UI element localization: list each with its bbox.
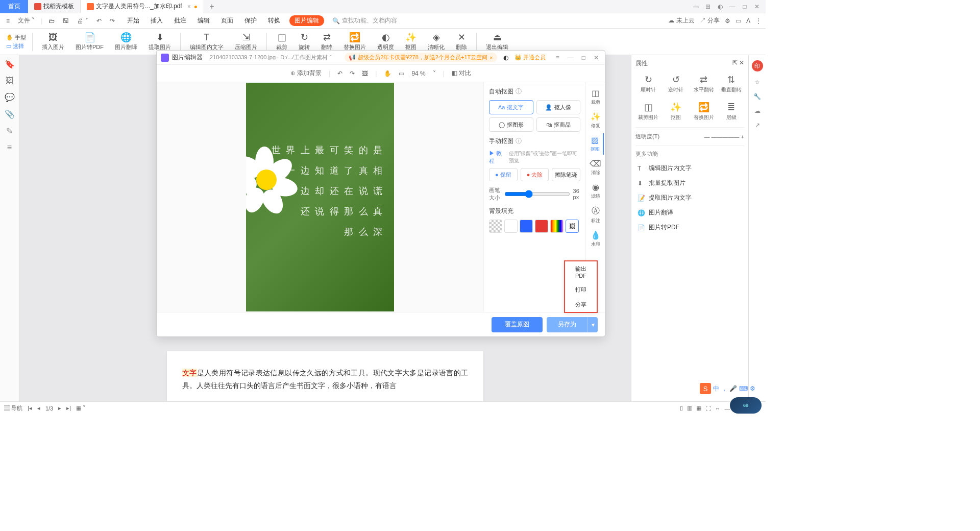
brush-slider[interactable]: [504, 190, 570, 198]
star-icon[interactable]: ☆: [754, 79, 760, 86]
rotate-cw[interactable]: ↻顺时针: [635, 72, 661, 95]
cutout-portrait-button[interactable]: 👤 抠人像: [536, 100, 581, 114]
saveas-button[interactable]: 另存为▾: [547, 317, 598, 332]
menu-tab-protect[interactable]: 保护: [242, 15, 259, 26]
hand-tool[interactable]: ✋ 手型: [6, 34, 26, 41]
ribbon-img-translate[interactable]: 🌐图片翻译: [110, 31, 142, 52]
minimize-icon[interactable]: —: [728, 2, 737, 11]
doc-text[interactable]: 文字是人类用符号记录表达信息以传之久远的方式和工具。现代文字大多是记录语言的工具…: [182, 367, 468, 392]
add-bg-button[interactable]: ⊕ 添加背景: [290, 69, 322, 78]
settings-icon[interactable]: ⚙: [725, 17, 730, 25]
info-icon[interactable]: ⓘ: [516, 87, 522, 96]
flip-v[interactable]: ⇅垂直翻转: [719, 72, 744, 95]
compare-button[interactable]: ◧ 对比: [452, 69, 471, 78]
cloud-status[interactable]: ☁ 未上云: [668, 16, 694, 25]
dlg-close-icon[interactable]: ✕: [592, 54, 601, 61]
close-icon[interactable]: ✕: [752, 2, 762, 11]
ribbon-sharpen[interactable]: ◈清晰化: [423, 31, 450, 52]
ribbon-rotate[interactable]: ↻旋转: [293, 31, 315, 52]
color-rainbow[interactable]: [550, 220, 564, 233]
vip-button[interactable]: 👑 开通会员: [514, 54, 546, 61]
ime-lang[interactable]: 中: [713, 384, 719, 393]
color-red[interactable]: [535, 220, 548, 233]
close-panel-icon[interactable]: ✕: [739, 59, 744, 66]
menu-icon[interactable]: ≡: [4, 16, 12, 26]
tab-template[interactable]: 找稻壳模板: [28, 0, 81, 13]
ribbon-exit-edit[interactable]: ⏏退出编辑: [481, 31, 513, 52]
ribbon-replace[interactable]: 🔁替换图片: [338, 31, 371, 52]
info-icon[interactable]: ⓘ: [516, 137, 522, 146]
popup-export-pdf[interactable]: 输出PDF: [565, 261, 597, 282]
promo-banner[interactable]: 📢 超级会员2年卡仅需¥278，加送2个月会员+1T云空间 ×: [345, 53, 497, 62]
file-menu[interactable]: 文件 ˅: [16, 15, 37, 26]
avatar-icon[interactable]: ◐: [716, 2, 725, 11]
select-tool[interactable]: ▭ 选择: [6, 42, 26, 50]
fit-width-icon[interactable]: ↔: [715, 405, 721, 412]
add-tab[interactable]: +: [204, 2, 219, 11]
remove-button[interactable]: ● 去除: [521, 168, 549, 181]
ribbon-extract-img[interactable]: ⬇提取图片: [143, 31, 176, 52]
view-continuous-icon[interactable]: ▥: [687, 405, 692, 412]
feedback-icon[interactable]: ▭: [736, 17, 741, 25]
fn-to-pdf[interactable]: 📄图片转PDF: [635, 220, 744, 235]
tool-watermark[interactable]: 💧水印: [587, 228, 604, 250]
tab-home[interactable]: 首页: [0, 0, 28, 13]
apps-icon[interactable]: ⊞: [703, 2, 713, 11]
tool-cutout[interactable]: ▨抠图: [587, 133, 604, 155]
save-icon[interactable]: 🖫: [61, 16, 71, 26]
maximize-icon[interactable]: □: [740, 2, 749, 11]
popup-print[interactable]: 打印: [565, 282, 597, 297]
redo-icon[interactable]: ↷: [350, 70, 355, 77]
ribbon-img-to-pdf[interactable]: 📄图片转PDF: [70, 31, 109, 52]
color-blue[interactable]: [520, 220, 533, 233]
docer-badge-icon[interactable]: 印: [752, 60, 763, 71]
view-mode-icon[interactable]: ▦ ˅: [76, 405, 86, 412]
collapse-icon[interactable]: ᐱ: [746, 17, 750, 25]
ime-settings-icon[interactable]: ⚙: [750, 385, 755, 392]
menu-tab-page[interactable]: 页面: [219, 15, 235, 26]
menu-tab-annotate[interactable]: 批注: [172, 15, 188, 26]
overwrite-button[interactable]: 覆盖原图: [492, 317, 543, 332]
menu-tab-insert[interactable]: 插入: [149, 15, 165, 26]
reset-icon[interactable]: 🖼: [362, 70, 368, 77]
dlg-maximize-icon[interactable]: □: [580, 54, 587, 61]
layer-img[interactable]: ≣层级: [719, 100, 744, 123]
ribbon-edit-text-in-img[interactable]: T编辑图内文字: [185, 31, 229, 52]
redo-icon[interactable]: ↷: [108, 16, 117, 26]
ime-mic-icon[interactable]: 🎤: [729, 385, 737, 392]
avatar-mini-icon[interactable]: ◐: [503, 54, 508, 61]
color-picker[interactable]: 🖼: [566, 220, 579, 233]
keep-button[interactable]: ● 保留: [489, 168, 518, 181]
page-indicator[interactable]: 1/3: [45, 405, 53, 412]
ime-punct-icon[interactable]: ，: [721, 384, 727, 393]
tool-crop[interactable]: ◫裁剪: [587, 86, 604, 108]
chevron-down-icon[interactable]: ▾: [587, 317, 598, 332]
zoom-value[interactable]: 94 %: [411, 70, 425, 77]
cutout-img[interactable]: ✨抠图: [663, 100, 689, 123]
view-double-icon[interactable]: ▦: [696, 405, 701, 412]
comment-icon[interactable]: 💬: [5, 92, 15, 102]
cutout-shape-button[interactable]: ◯ 抠图形: [489, 117, 533, 132]
last-page-icon[interactable]: ▸|: [66, 405, 71, 412]
prev-page-icon[interactable]: ◂: [37, 405, 40, 412]
fn-batch-extract[interactable]: ⬇批量提取图片: [635, 176, 744, 190]
share-button[interactable]: ↗ 分享: [700, 16, 720, 25]
first-page-icon[interactable]: |◂: [28, 405, 32, 412]
fit-icon[interactable]: ▭: [399, 70, 404, 77]
nav-toggle[interactable]: ▤ 导航: [4, 404, 22, 412]
flip-h[interactable]: ⇄水平翻转: [691, 72, 717, 95]
open-icon[interactable]: 🗁: [46, 16, 57, 26]
signature-icon[interactable]: ✎: [6, 126, 13, 136]
ribbon-opacity[interactable]: ◐透明度: [372, 31, 399, 52]
fn-translate[interactable]: 🌐图片翻译: [635, 205, 744, 220]
color-white[interactable]: [504, 220, 518, 233]
ime-kbd-icon[interactable]: ⌨: [739, 385, 748, 392]
tool-annotate[interactable]: Ⓐ标注: [587, 204, 604, 226]
crop-img[interactable]: ◫裁剪图片: [635, 100, 661, 123]
popup-share[interactable]: 分享: [565, 297, 597, 312]
undo-icon[interactable]: ↶: [94, 16, 104, 26]
tool-icon[interactable]: 🔧: [753, 93, 761, 100]
zoom-out-icon[interactable]: —: [725, 405, 730, 412]
cloud-sync-icon[interactable]: ☁: [754, 107, 761, 114]
ribbon-delete[interactable]: ✕删除: [451, 31, 472, 52]
